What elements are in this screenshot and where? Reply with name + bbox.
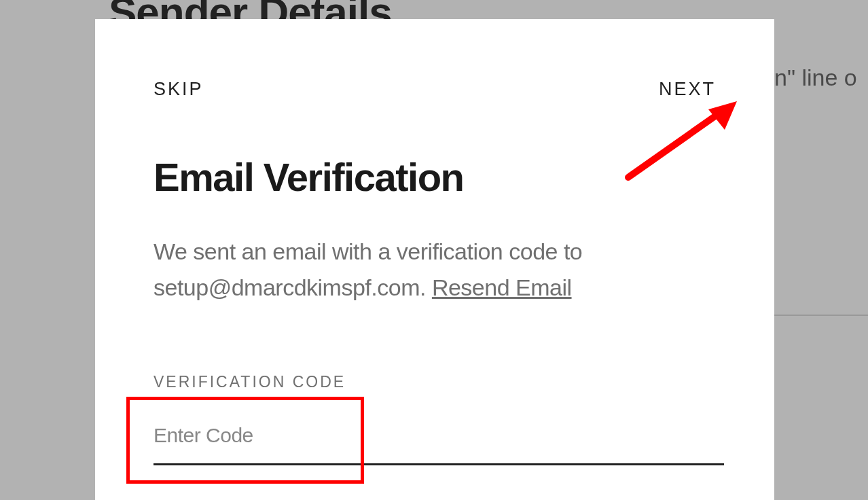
background-text-fragment: n" line o xyxy=(774,65,857,91)
background-divider xyxy=(774,315,868,316)
modal-body: Email Verification We sent an email with… xyxy=(95,100,774,465)
verification-code-field-wrap xyxy=(153,405,716,465)
modal-nav: SKIP NEXT xyxy=(95,19,774,100)
description-prefix: We sent an email with a verification cod… xyxy=(153,238,582,264)
verification-code-input[interactable] xyxy=(153,405,724,465)
skip-button[interactable]: SKIP xyxy=(153,79,204,100)
resend-email-link[interactable]: Resend Email xyxy=(432,274,572,300)
next-button[interactable]: NEXT xyxy=(659,79,716,100)
verification-email: setup@dmarcdkimspf.com xyxy=(153,274,420,300)
modal-title: Email Verification xyxy=(153,154,716,200)
description-separator: . xyxy=(420,274,432,300)
email-verification-modal: SKIP NEXT Email Verification We sent an … xyxy=(95,19,774,500)
modal-description: We sent an email with a verification cod… xyxy=(153,234,716,305)
verification-code-label: VERIFICATION CODE xyxy=(153,373,716,391)
